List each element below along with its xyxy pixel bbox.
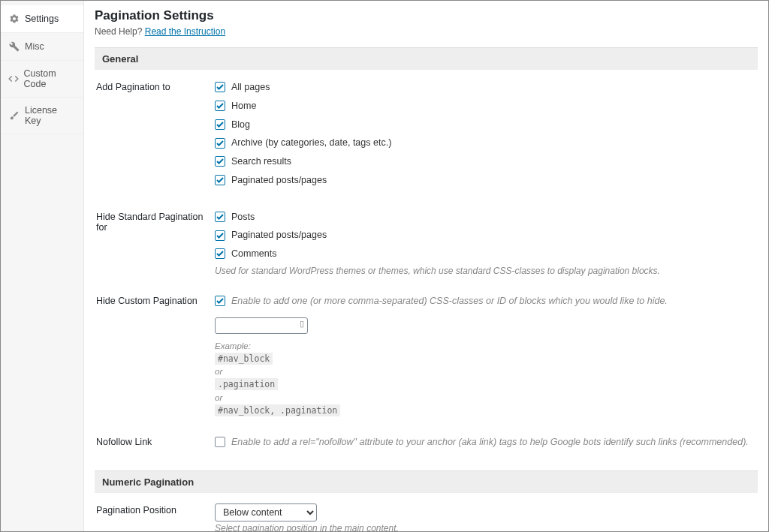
option-paginated: Paginated posts/pages [215, 173, 758, 188]
checkbox[interactable] [215, 230, 225, 241]
page-title: Pagination Settings [95, 8, 758, 23]
checkbox[interactable] [215, 138, 225, 149]
row-add-pagination: Add Pagination to All pages Home Blog Ar… [95, 70, 758, 200]
checkbox[interactable] [215, 437, 225, 447]
checkbox[interactable] [215, 156, 225, 167]
checkbox[interactable] [215, 101, 225, 111]
row-content: Enable to add one (or more comma-separat… [215, 294, 758, 417]
option-home: Home [215, 99, 758, 113]
row-label: Hide Custom Pagination [96, 294, 215, 306]
row-label: Pagination Position [96, 503, 215, 515]
help-link[interactable]: Read the Instruction [145, 26, 225, 37]
sidebar-item-license-key[interactable]: License Key [1, 98, 83, 134]
sidebar-item-label: Misc [25, 41, 44, 52]
option-hide-custom: Enable to add one (or more comma-separat… [215, 294, 758, 308]
option-nofollow: Enable to add a rel="nofollow" attribute… [215, 435, 758, 449]
checkbox[interactable] [215, 175, 225, 185]
wrench-icon [8, 41, 20, 53]
row-hide-custom: Hide Custom Pagination Enable to add one… [95, 284, 758, 425]
row-nofollow: Nofollow Link Enable to add a rel="nofol… [95, 425, 758, 461]
option-paginated-posts: Paginated posts/pages [215, 228, 758, 242]
sidebar: Settings Misc Custom Code License Key [1, 1, 84, 531]
custom-css-input[interactable] [215, 317, 308, 334]
option-comments: Comments [215, 247, 758, 261]
main-content: Pagination Settings Need Help? Read the … [84, 1, 768, 531]
section-header-numeric: Numeric Pagination [95, 470, 758, 493]
row-content: Posts Paginated posts/pages Comments Use… [215, 210, 758, 276]
sidebar-item-custom-code[interactable]: Custom Code [1, 61, 83, 98]
row-description: Select pagination position in the main c… [215, 523, 758, 531]
help-line: Need Help? Read the Instruction [95, 26, 758, 37]
code-icon [8, 73, 20, 85]
row-label: Add Pagination to [96, 80, 215, 92]
row-label: Nofollow Link [96, 435, 215, 447]
row-label: Hide Standard Pagination for [96, 210, 215, 233]
row-content: Enable to add a rel="nofollow" attribute… [215, 435, 758, 454]
sidebar-item-label: Custom Code [24, 68, 76, 89]
option-archive: Archive (by categories, date, tags etc.) [215, 136, 758, 150]
position-select[interactable]: Below content [215, 503, 317, 521]
row-content: Below content Select pagination position… [215, 503, 758, 531]
sidebar-item-misc[interactable]: Misc [1, 33, 83, 61]
option-all-pages: All pages [215, 80, 758, 95]
option-search: Search results [215, 155, 758, 169]
key-icon [8, 110, 20, 122]
option-blog: Blog [215, 118, 758, 132]
row-hide-standard: Hide Standard Pagination for Posts Pagin… [95, 200, 758, 284]
row-content: All pages Home Blog Archive (by categori… [215, 80, 758, 192]
checkbox[interactable] [215, 82, 225, 92]
sidebar-item-settings[interactable]: Settings [1, 5, 83, 33]
option-posts: Posts [215, 210, 758, 224]
checkbox[interactable] [215, 119, 225, 130]
row-description: Used for standard WordPress themes or th… [215, 266, 758, 276]
example-block: Example: #nav_block or .pagination or #n… [215, 340, 758, 418]
sidebar-item-label: License Key [25, 105, 76, 126]
gear-icon [8, 13, 20, 25]
checkbox[interactable] [215, 248, 225, 259]
section-header-general: General [95, 47, 758, 70]
row-position: Pagination Position Below content Select… [95, 493, 758, 531]
checkbox[interactable] [215, 212, 225, 222]
sidebar-item-label: Settings [25, 14, 59, 24]
checkbox[interactable] [215, 296, 225, 306]
